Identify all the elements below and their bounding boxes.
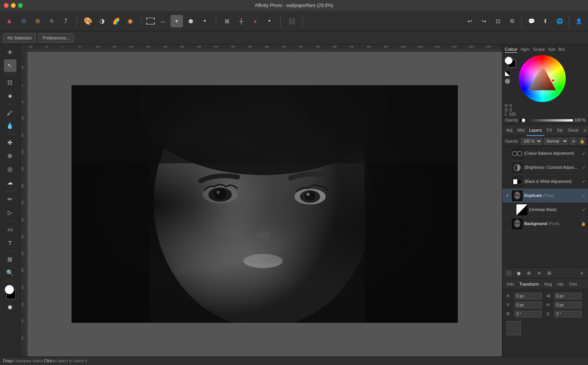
r-input[interactable]: [514, 311, 542, 317]
w-input[interactable]: [554, 293, 582, 299]
minimize-button[interactable]: [11, 3, 16, 8]
layer-item[interactable]: (Black & White Adjustment) ✓: [502, 175, 588, 189]
layer-item[interactable]: (Colour Balance Adjustment) ✓: [502, 147, 588, 161]
chat-btn[interactable]: 💬: [525, 15, 538, 27]
fx-tab[interactable]: FX: [544, 125, 554, 136]
fg-swatch[interactable]: [505, 57, 513, 64]
chn-tab[interactable]: Chn: [568, 282, 579, 286]
swt-tab[interactable]: Swt: [548, 47, 555, 53]
blend-mode-select[interactable]: Normal Multiply Screen Overlay: [544, 138, 568, 145]
develop-btn[interactable]: ⊙: [17, 15, 30, 27]
opacity-slider[interactable]: [520, 119, 573, 122]
dodge-tool[interactable]: ☁: [4, 176, 16, 189]
pen2-tool[interactable]: ✏: [4, 193, 16, 206]
adj-tab[interactable]: Adj: [504, 125, 515, 136]
erase-btn[interactable]: ⬛: [285, 15, 298, 27]
eyedropper-tool[interactable]: 💧: [4, 120, 16, 132]
transform-tool[interactable]: ⊞: [4, 253, 16, 266]
nvg-tab[interactable]: Nvg: [543, 282, 554, 286]
publish-btn[interactable]: 🌐: [553, 15, 566, 27]
curves-btn[interactable]: 🌈: [110, 15, 122, 27]
preferences-btn[interactable]: Preferences...: [38, 33, 74, 43]
guide-btn[interactable]: ┼: [235, 15, 247, 27]
group-layer-btn[interactable]: ⊞: [545, 269, 553, 277]
canvas-viewport[interactable]: [27, 52, 502, 356]
brush-more-btn[interactable]: ▼: [263, 15, 276, 27]
shape-more-btn[interactable]: ▼: [199, 15, 211, 27]
layer-visibility-toggle[interactable]: [509, 207, 515, 213]
stock-tab[interactable]: Stock: [565, 125, 581, 136]
opacity-thumb[interactable]: [522, 118, 525, 122]
add-adjustment-btn[interactable]: ⊕: [525, 269, 533, 277]
layer-visibility-toggle[interactable]: [505, 221, 510, 227]
layer-lock-btn[interactable]: 🔒: [579, 138, 586, 145]
lasso-btn[interactable]: ⌓: [156, 15, 169, 27]
affinity-icon[interactable]: ▲: [3, 15, 16, 27]
rect-tool[interactable]: ▭: [4, 223, 16, 236]
export-btn[interactable]: ≡: [45, 15, 58, 27]
clone-tool[interactable]: ⊛: [4, 150, 16, 162]
swap-colors-btn[interactable]: [505, 71, 510, 76]
mask-tool[interactable]: ⬤: [4, 301, 16, 313]
straighten-tool[interactable]: ◈: [4, 89, 16, 102]
hgm-tab[interactable]: Hgm: [520, 47, 529, 53]
scope-tab[interactable]: Scope: [533, 47, 545, 53]
history-btn[interactable]: ⊡: [492, 15, 504, 27]
info-tab[interactable]: Info: [505, 282, 515, 286]
layer-visibility-toggle[interactable]: [505, 165, 510, 170]
layer-item[interactable]: (Unsharp Mask) ✓: [502, 203, 588, 217]
copy-btn[interactable]: ⧉: [506, 15, 518, 27]
share-btn[interactable]: ⤴: [59, 15, 72, 27]
move-tool[interactable]: ✛: [4, 46, 16, 59]
zoom-tool[interactable]: 🔍: [4, 267, 16, 279]
brs-tab[interactable]: Brs: [558, 47, 565, 53]
layer-item[interactable]: ▼ Duplicate (Pixel) ✓: [502, 189, 588, 203]
redo-btn[interactable]: ↪: [478, 15, 490, 27]
layer-visibility-toggle[interactable]: ▼: [505, 193, 510, 199]
panel-tab-more[interactable]: ≡: [583, 127, 586, 134]
undo-btn[interactable]: ↩: [464, 15, 476, 27]
more-layers-btn[interactable]: ≡: [578, 269, 586, 277]
brush-btn[interactable]: ●: [249, 15, 262, 27]
layer-visibility-toggle[interactable]: [505, 151, 510, 156]
delete-layer-btn[interactable]: ✕: [535, 269, 543, 277]
layers-opacity-select[interactable]: 100 %: [521, 138, 542, 145]
add-layer-btn[interactable]: ⬛: [505, 269, 513, 277]
layers-tab[interactable]: Layers: [527, 125, 544, 136]
y-input[interactable]: [514, 302, 542, 308]
share2-btn[interactable]: ⬆: [539, 15, 552, 27]
transform-tab[interactable]: Transform: [518, 282, 540, 286]
node-tool[interactable]: ▷: [4, 206, 16, 219]
color-wheel[interactable]: [519, 55, 566, 102]
no-selection-btn[interactable]: No Selection: [3, 33, 36, 43]
text-tool[interactable]: T: [4, 236, 16, 249]
layer-item[interactable]: (Brightness / Contrast Adjustment ✓: [502, 161, 588, 175]
rect-select-btn[interactable]: [146, 18, 155, 25]
pen-btn[interactable]: ✦: [170, 15, 183, 27]
layers-list[interactable]: (Colour Balance Adjustment) ✓ (Brightnes…: [502, 147, 588, 267]
layer-visibility-toggle[interactable]: [505, 179, 510, 184]
color-wheel-btn[interactable]: 🎨: [82, 15, 94, 27]
h-input[interactable]: [554, 302, 582, 308]
fg-color-swatch[interactable]: [5, 285, 14, 294]
s-input[interactable]: [554, 311, 582, 317]
grid-btn[interactable]: ⊞: [221, 15, 233, 27]
levels-btn[interactable]: ◑: [96, 15, 108, 27]
layer-item[interactable]: Background (Pixel) 🔒: [502, 217, 588, 231]
mtd-tab[interactable]: Mtd: [515, 125, 527, 136]
liquify-btn[interactable]: ⊕: [31, 15, 44, 27]
sty-tab[interactable]: Sty: [554, 125, 565, 136]
his-tab[interactable]: His: [556, 282, 565, 286]
add-pixel-btn[interactable]: ◼: [515, 269, 523, 277]
shape-btn[interactable]: ⬟: [185, 15, 197, 27]
colour-tab[interactable]: Colour: [505, 47, 517, 53]
blur-tool[interactable]: ◎: [4, 163, 16, 175]
color-picker-small[interactable]: [505, 79, 510, 84]
heal-tool[interactable]: ✤: [4, 136, 16, 149]
layer-settings-btn[interactable]: ⚙: [570, 138, 577, 145]
hsl-btn[interactable]: ◉: [124, 15, 136, 27]
select-tool[interactable]: ↖: [4, 59, 16, 72]
close-button[interactable]: [4, 3, 9, 8]
account-btn[interactable]: 👤: [572, 15, 585, 27]
paint-tool[interactable]: 🖊: [4, 106, 16, 119]
